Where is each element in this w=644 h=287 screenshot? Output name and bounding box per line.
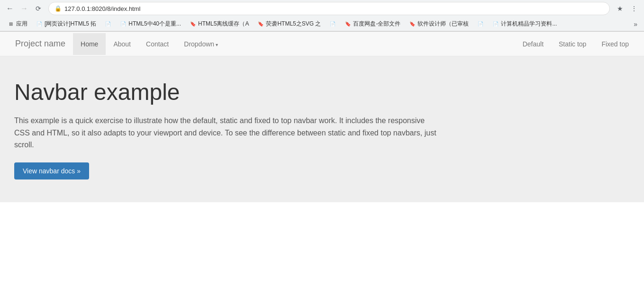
- forward-button[interactable]: →: [18, 2, 30, 15]
- bookmark-label-7: 百度网盘-全部文件: [353, 20, 400, 28]
- page-icon-3: 📄: [120, 21, 127, 27]
- bookmark-blank-3[interactable]: 📄: [473, 20, 488, 28]
- page-content: Navbar example This example is a quick e…: [0, 56, 644, 202]
- nav-right-item-default: Default: [515, 33, 551, 55]
- bookmark-html5-40[interactable]: 📄 HTML5中40个是重...: [116, 19, 185, 29]
- bookmark-html5-1[interactable]: 📄 [网页设计]HTML5 拓: [32, 19, 100, 29]
- page-icon-9: 📄: [477, 21, 484, 27]
- bookmark-blank-1[interactable]: 📄: [101, 20, 115, 28]
- bookmark-label-8: 软件设计师（已审核: [417, 20, 469, 28]
- nav-link-dropdown[interactable]: Dropdown: [176, 33, 226, 55]
- nav-right-item-static-top: Static top: [551, 33, 594, 55]
- navbar-nav: Home About Contact Dropdown: [73, 33, 226, 55]
- bookmark-label-5: 荧袭HTML5之SVG 之: [266, 20, 321, 28]
- lock-icon: 🔒: [54, 5, 62, 12]
- nav-buttons: ← → ⟳: [4, 2, 45, 15]
- navbar-right: Default Static top Fixed top: [515, 33, 636, 55]
- bookmark-label-4: HTML5离线缓存（A: [198, 20, 249, 28]
- browser-toolbar: ← → ⟳ 🔒 127.0.0.1:8020/8/index.html ★ ⋮: [0, 0, 644, 17]
- navbar: Project name Home About Contact Dropdown…: [0, 32, 644, 56]
- bookmark-icon-8: 🔖: [409, 21, 416, 27]
- chrome-menu-button[interactable]: ⋮: [628, 2, 640, 15]
- jumbotron: Navbar example This example is a quick e…: [0, 56, 644, 202]
- nav-item-home: Home: [73, 33, 106, 55]
- bookmark-icon-4: 🔖: [190, 21, 196, 27]
- nav-right-link-static-top[interactable]: Static top: [551, 33, 594, 55]
- nav-item-about: About: [106, 33, 138, 55]
- nav-right-item-fixed-top: Fixed top: [594, 33, 636, 55]
- apps-icon: ⊞: [8, 21, 14, 27]
- refresh-button[interactable]: ⟳: [32, 2, 45, 15]
- nav-link-about[interactable]: About: [106, 33, 138, 55]
- page-icon-2: 📄: [105, 21, 111, 27]
- bookmarks-more-button[interactable]: »: [631, 19, 640, 29]
- bookmark-html5-svg[interactable]: 🔖 荧袭HTML5之SVG 之: [254, 19, 325, 29]
- address-bar[interactable]: 🔒 127.0.0.1:8020/8/index.html: [48, 2, 610, 15]
- bookmarks-bar: ⊞ 应用 📄 [网页设计]HTML5 拓 📄 📄 HTML5中40个是重... …: [0, 17, 644, 31]
- nav-item-dropdown: Dropdown: [176, 33, 226, 55]
- nav-right-link-default[interactable]: Default: [515, 33, 551, 55]
- page-icon-10: 📄: [492, 21, 499, 27]
- navbar-brand[interactable]: Project name: [8, 32, 73, 56]
- nav-link-contact[interactable]: Contact: [138, 33, 176, 55]
- bookmark-apps-label: 应用: [16, 20, 27, 28]
- bookmark-software-designer[interactable]: 🔖 软件设计师（已审核: [405, 19, 472, 29]
- bookmark-label-1: [网页设计]HTML5 拓: [45, 20, 96, 28]
- nav-item-contact: Contact: [138, 33, 176, 55]
- bookmark-html5-offline[interactable]: 🔖 HTML5离线缓存（A: [186, 19, 253, 29]
- nav-right-link-fixed-top[interactable]: Fixed top: [594, 33, 636, 55]
- bookmark-icon-7: 🔖: [345, 21, 351, 27]
- browser-chrome: ← → ⟳ 🔒 127.0.0.1:8020/8/index.html ★ ⋮ …: [0, 0, 644, 32]
- bookmark-computer-study[interactable]: 📄 计算机精品学习资料...: [489, 19, 561, 29]
- jumbotron-description: This example is a quick exercise to illu…: [14, 115, 441, 151]
- bookmark-icon-5: 🔖: [257, 21, 264, 27]
- toolbar-right: ★ ⋮: [614, 2, 640, 15]
- back-button[interactable]: ←: [4, 2, 16, 15]
- bookmark-apps[interactable]: ⊞ 应用: [4, 19, 31, 29]
- address-text: 127.0.0.1:8020/8/index.html: [64, 5, 140, 12]
- bookmark-blank-2[interactable]: 📄: [326, 20, 340, 28]
- bookmark-label-10: 计算机精品学习资料...: [501, 20, 557, 28]
- view-navbar-docs-button[interactable]: View navbar docs »: [14, 162, 89, 179]
- nav-link-home[interactable]: Home: [73, 33, 106, 55]
- bookmark-star-button[interactable]: ★: [614, 2, 626, 15]
- page-icon-1: 📄: [36, 21, 43, 27]
- bookmark-baidu-pan[interactable]: 🔖 百度网盘-全部文件: [341, 19, 404, 29]
- page-icon-6: 📄: [329, 21, 336, 27]
- jumbotron-title: Navbar example: [14, 79, 630, 105]
- bookmark-label-3: HTML5中40个是重...: [128, 20, 181, 28]
